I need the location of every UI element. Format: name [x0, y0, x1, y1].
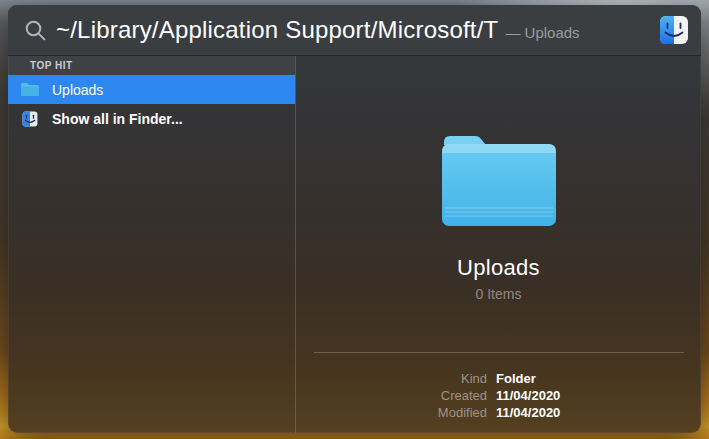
finder-icon	[20, 110, 40, 127]
meta-label-kind: Kind	[296, 370, 487, 387]
meta-label-modified: Modified	[296, 404, 487, 421]
preview-item-count: 0 Items	[296, 286, 701, 302]
section-header-top-hit: TOP HIT	[8, 56, 295, 75]
preview-panel: Uploads 0 Items Kind Folder Created 11/0…	[296, 56, 701, 433]
folder-icon	[20, 81, 40, 98]
metadata-table: Kind Folder Created 11/04/2020 Modified …	[296, 370, 560, 421]
result-row-uploads[interactable]: Uploads	[8, 75, 295, 104]
finder-icon	[659, 15, 689, 45]
result-row-show-all[interactable]: Show all in Finder...	[8, 104, 295, 133]
search-completion: — Uploads	[505, 24, 579, 41]
result-label: Show all in Finder...	[52, 111, 183, 127]
spotlight-window: ~/Library/Application Support/Microsoft/…	[8, 5, 701, 433]
meta-value-created: 11/04/2020	[496, 387, 560, 404]
meta-value-modified: 11/04/2020	[496, 404, 560, 421]
result-label: Uploads	[52, 82, 103, 98]
preview-divider	[314, 352, 684, 353]
meta-value-kind: Folder	[496, 370, 560, 387]
search-input[interactable]: ~/Library/Application Support/Microsoft/…	[56, 16, 498, 44]
search-icon	[24, 19, 47, 42]
results-area: TOP HIT Uploads	[8, 56, 701, 433]
search-bar[interactable]: ~/Library/Application Support/Microsoft/…	[8, 5, 701, 56]
folder-icon-large	[439, 134, 559, 228]
meta-label-created: Created	[296, 387, 487, 404]
preview-title: Uploads	[296, 255, 701, 281]
results-panel: TOP HIT Uploads	[8, 56, 296, 433]
